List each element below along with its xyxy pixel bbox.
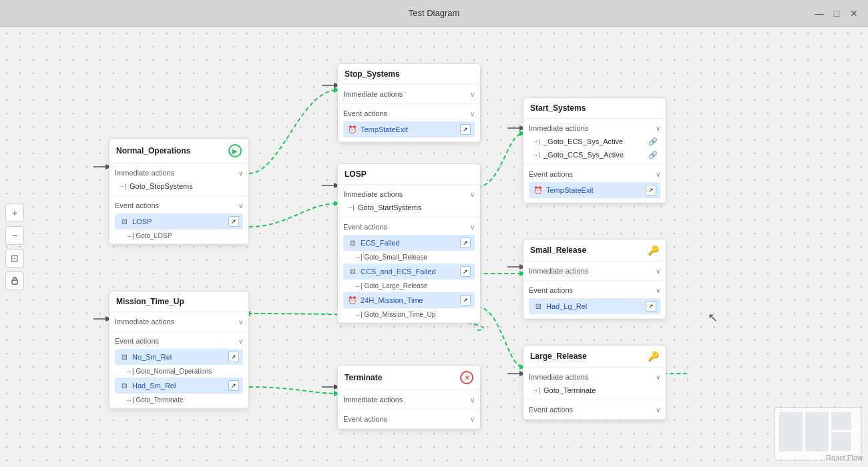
node-losp[interactable]: LOSP Immediate actions ∨ →| Goto_StartSy… bbox=[337, 163, 481, 324]
node-stop-systems[interactable]: Stop_Systems Immediate actions ∨ Event a… bbox=[337, 63, 481, 143]
node-large-release[interactable]: Large_Release 🔑 Immediate actions ∨ →| G… bbox=[523, 345, 666, 420]
zoom-in-button[interactable]: + bbox=[5, 203, 24, 222]
section-header-immediate-large[interactable]: Immediate actions ∨ bbox=[529, 370, 660, 384]
node-header-terminate: Terminate ✕ bbox=[338, 366, 480, 390]
event-had-sm-rel-btn[interactable]: ↗ bbox=[228, 380, 239, 391]
section-event-small: Event actions ∨ ⚄ Had_Lg_Rel ↗ bbox=[523, 281, 666, 319]
section-header-event-stop[interactable]: Event actions ∨ bbox=[343, 107, 475, 120]
chevron-immediate-mission: ∨ bbox=[238, 318, 243, 326]
maximize-button[interactable]: □ bbox=[831, 7, 843, 19]
chevron-event-large: ∨ bbox=[656, 406, 660, 414]
minimize-button[interactable]: — bbox=[813, 7, 825, 19]
event-losp-btn[interactable]: ↗ bbox=[228, 216, 239, 227]
event-no-sm-rel[interactable]: ⚄ No_Sm_Rel ↗ bbox=[115, 349, 243, 365]
ccs-icon: ⚄ bbox=[347, 266, 358, 277]
lock-icon bbox=[10, 276, 19, 286]
event-tempstate-start-btn[interactable]: ↗ bbox=[646, 185, 656, 195]
event-tempstate-stop-btn[interactable]: ↗ bbox=[460, 124, 471, 135]
clock-icon-losp: ⏰ bbox=[347, 295, 358, 306]
fit-button[interactable]: ⊡ bbox=[5, 249, 24, 268]
section-header-immediate-losp[interactable]: Immediate actions ∨ bbox=[343, 187, 475, 201]
section-header-immediate-normal[interactable]: Immediate actions ∨ bbox=[115, 166, 243, 179]
event-tempstate-stop[interactable]: ⏰ TempStateExit ↗ bbox=[343, 121, 475, 137]
section-header-immediate-terminate[interactable]: Immediate actions ∨ bbox=[343, 393, 475, 406]
diagram-canvas[interactable]: + − ⊡ Normal_Operations ▶ Immediate acti… bbox=[0, 27, 868, 467]
section-header-event-large[interactable]: Event actions ∨ bbox=[529, 403, 660, 416]
play-icon: ▶ bbox=[228, 144, 242, 157]
node-title-terminate: Terminate bbox=[345, 373, 456, 382]
immediate-label-terminate: Immediate actions bbox=[343, 396, 403, 404]
node-terminate[interactable]: Terminate ✕ Immediate actions ∨ Event ac… bbox=[337, 365, 481, 430]
chevron-immediate-start: ∨ bbox=[656, 125, 660, 132]
event-icon-2: ⚄ bbox=[119, 380, 130, 391]
chevron-event-small: ∨ bbox=[656, 287, 660, 294]
section-header-immediate-small[interactable]: Immediate actions ∨ bbox=[529, 264, 660, 278]
event-ccs-ecs-failed[interactable]: ⚄ CCS_and_ECS_Failed ↗ bbox=[343, 264, 475, 280]
event-label-losp: Event actions bbox=[343, 223, 387, 231]
key-icon-small: 🔑 bbox=[648, 245, 659, 256]
event-ecs-btn[interactable]: ↗ bbox=[460, 238, 471, 248]
section-event-large: Event actions ∨ bbox=[523, 400, 666, 420]
section-header-event-normal[interactable]: Event actions ∨ bbox=[115, 199, 243, 212]
arrow-terminate: →| bbox=[531, 386, 541, 395]
node-mission-time-up[interactable]: Mission_Time_Up Immediate actions ∨ Even… bbox=[109, 291, 249, 409]
section-event-losp: Event actions ∨ ⚄ ECS_Failed ↗ →| Goto_S… bbox=[338, 217, 480, 323]
zoom-out-button[interactable]: − bbox=[5, 226, 24, 245]
lock-button[interactable] bbox=[5, 272, 24, 290]
event-ecs-failed[interactable]: ⚄ ECS_Failed ↗ bbox=[343, 235, 475, 251]
section-header-event-terminate[interactable]: Event actions ∨ bbox=[343, 412, 475, 426]
node-title-small: Small_Release bbox=[530, 246, 644, 255]
event-no-sm-rel-btn[interactable]: ↗ bbox=[228, 352, 239, 362]
immediate-label-normal: Immediate actions bbox=[115, 169, 174, 177]
node-header-losp: LOSP bbox=[338, 164, 480, 185]
section-header-immediate-stop[interactable]: Immediate actions ∨ bbox=[343, 87, 475, 101]
chevron-immediate-normal: ∨ bbox=[238, 169, 243, 177]
minimap-inner bbox=[775, 408, 861, 456]
event-ccs-btn[interactable]: ↗ bbox=[460, 266, 471, 277]
immediate-label-small: Immediate actions bbox=[529, 267, 588, 275]
section-header-event-losp[interactable]: Event actions ∨ bbox=[343, 220, 475, 234]
close-button[interactable]: ✕ bbox=[848, 7, 860, 19]
section-header-immediate-start[interactable]: Immediate actions ∨ bbox=[529, 121, 660, 135]
section-header-event-mission[interactable]: Event actions ∨ bbox=[115, 334, 243, 348]
ecs-icon: ⚄ bbox=[347, 238, 358, 248]
section-event-terminate: Event actions ∨ bbox=[338, 410, 480, 429]
event-label-start: Event actions bbox=[529, 170, 573, 178]
event-had-lg-text: Had_Lg_Rel bbox=[546, 302, 643, 310]
event-had-sm-rel[interactable]: ⚄ Had_Sm_Rel ↗ bbox=[115, 378, 243, 394]
chevron-event-terminate: ∨ bbox=[470, 416, 475, 423]
node-normal-operations[interactable]: Normal_Operations ▶ Immediate actions ∨ … bbox=[109, 138, 249, 245]
had-lg-icon: ⚄ bbox=[533, 301, 544, 312]
section-immediate-normal: Immediate actions ∨ →| Goto_StopSystems bbox=[110, 163, 248, 196]
arrow-ecs: →| bbox=[531, 137, 541, 146]
dice-icon: ⚄ bbox=[119, 216, 130, 227]
node-start-systems[interactable]: Start_Systems Immediate actions ∨ →| _Go… bbox=[523, 97, 666, 203]
node-small-release[interactable]: Small_Release 🔑 Immediate actions ∨ Even… bbox=[523, 239, 666, 320]
section-header-immediate-mission[interactable]: Immediate actions ∨ bbox=[115, 315, 243, 328]
section-header-event-small[interactable]: Event actions ∨ bbox=[529, 284, 660, 297]
event-had-lg-btn[interactable]: ↗ bbox=[646, 301, 656, 312]
toolbar-left: + − ⊡ bbox=[5, 203, 24, 290]
svg-rect-23 bbox=[12, 280, 17, 284]
section-immediate-stop: Immediate actions ∨ bbox=[338, 85, 480, 104]
node-header-large: Large_Release 🔑 bbox=[523, 346, 666, 368]
sub-goto-mission: →| Goto_Mission_Time_Up bbox=[343, 310, 475, 320]
node-header-start: Start_Systems bbox=[523, 98, 666, 119]
event-24h-btn[interactable]: ↗ bbox=[460, 295, 471, 306]
clock-icon-start: ⏰ bbox=[533, 185, 544, 195]
node-header-small: Small_Release 🔑 bbox=[523, 240, 666, 262]
section-header-event-start[interactable]: Event actions ∨ bbox=[529, 167, 660, 181]
immediate-label-start: Immediate actions bbox=[529, 124, 588, 132]
event-tempstate-start[interactable]: ⏰ TempStateExit ↗ bbox=[529, 182, 660, 198]
thumb-block-2 bbox=[805, 412, 829, 452]
arrow-ccs: →| bbox=[531, 150, 541, 159]
section-immediate-losp: Immediate actions ∨ →| Goto_StartSystems bbox=[338, 185, 480, 217]
watermark: React Flow bbox=[826, 454, 863, 462]
event-24h[interactable]: ⏰ 24H_Mission_Time ↗ bbox=[343, 292, 475, 308]
window-controls: — □ ✕ bbox=[813, 7, 860, 19]
node-title-start: Start_Systems bbox=[530, 103, 659, 113]
node-title-losp: LOSP bbox=[345, 169, 473, 179]
event-had-lg-rel[interactable]: ⚄ Had_Lg_Rel ↗ bbox=[529, 298, 660, 314]
event-losp[interactable]: ⚄ LOSP ↗ bbox=[115, 213, 243, 229]
event-had-sm-rel-text: Had_Sm_Rel bbox=[132, 382, 226, 390]
